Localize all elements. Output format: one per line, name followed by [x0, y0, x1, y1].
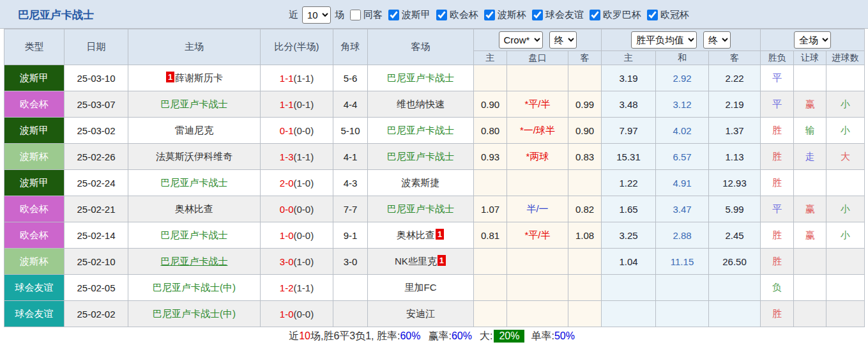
fulltime-score: 1-2	[280, 282, 294, 293]
handicap-cell: *平/半	[507, 222, 568, 249]
avg-away-odds-cell: 12.93	[709, 170, 761, 196]
halftime-score: (1-1)	[294, 73, 314, 84]
result-cell: 平	[761, 91, 794, 118]
home-team-name[interactable]: 巴尼亚卢卡战士	[161, 98, 228, 109]
league-checkbox-5[interactable]	[647, 10, 658, 20]
league-label-5[interactable]: 欧冠杯	[660, 9, 689, 21]
league-label-0[interactable]: 波斯甲	[402, 9, 430, 21]
league-checkbox-3[interactable]	[532, 10, 543, 20]
league-label-4[interactable]: 欧罗巴杯	[603, 9, 641, 21]
league-checkbox-0[interactable]	[388, 10, 399, 20]
date-cell: 25-02-24	[65, 170, 128, 196]
goals-result-cell: 大	[826, 144, 865, 170]
crow-home-odds-cell	[474, 249, 507, 275]
result-cell: 胜	[761, 222, 794, 249]
league-type-cell: 球会友谊	[4, 275, 65, 301]
handicap-cell: 半/一	[507, 196, 568, 222]
corner-cell: 5-10	[333, 118, 368, 144]
crow-away-odds-cell	[568, 301, 602, 327]
summary-big-label: 大:	[480, 330, 492, 341]
date-cell: 25-02-02	[65, 301, 128, 327]
crow-away-odds-cell: 0.82	[568, 196, 602, 222]
home-team-name[interactable]: 奥林比查	[175, 203, 213, 214]
away-team-name[interactable]: 里加FC	[405, 282, 437, 293]
odds-time-select[interactable]: 终	[549, 31, 577, 49]
away-team-cell: 安迪江	[368, 301, 474, 327]
table-row: 波斯杯 25-02-26 法莫斯沃伊科维奇 1-3(1-1) 4-1 巴尼亚卢卡…	[4, 144, 865, 170]
summary-profit-rate: 60%	[452, 330, 472, 341]
halftime-score: (1-1)	[294, 282, 314, 293]
table-row: 波斯甲 25-03-02 雷迪尼克 0-1(0-0) 5-10 巴尼亚卢卡战士 …	[4, 118, 865, 144]
avg-away-odds-cell: 1.13	[709, 144, 761, 170]
avg-home-odds-cell: 1.22	[602, 170, 656, 196]
same-venue-label[interactable]: 同客	[363, 9, 383, 21]
date-cell: 25-03-02	[65, 118, 128, 144]
recent-count-select[interactable]: 10	[302, 6, 331, 24]
away-team-name[interactable]: NK些里克	[395, 256, 437, 266]
goals-result-cell	[826, 275, 865, 301]
corner-cell: 4-3	[333, 170, 368, 196]
league-checkbox-4[interactable]	[590, 10, 600, 20]
away-team-name[interactable]: 安迪江	[406, 308, 435, 319]
home-team-name[interactable]: 雷迪尼克	[175, 125, 213, 135]
league-label-2[interactable]: 波斯杯	[498, 9, 526, 21]
fulltime-score: 1-1	[280, 99, 294, 110]
home-team-name[interactable]: 薛谢斯历卡	[175, 72, 223, 83]
home-team-name[interactable]: 巴尼亚卢卡战士(中)	[153, 308, 236, 319]
col-header-home: 主场	[128, 29, 261, 65]
avg-home-odds-cell: 3.48	[602, 91, 656, 118]
away-team-name[interactable]: 巴尼亚卢卡战士	[387, 125, 454, 135]
bookmaker-group-header: Crow* 终	[474, 29, 602, 51]
crow-home-odds-cell: 0.93	[474, 144, 507, 170]
corner-cell: 9-1	[333, 222, 368, 249]
away-team-cell: 维也纳快速	[368, 91, 474, 118]
avg-away-odds-cell: 2.22	[709, 65, 761, 91]
table-row: 球会友谊 25-02-05 巴尼亚卢卡战士(中) 1-2(1-1) 里加FC 负	[4, 275, 865, 301]
halftime-score: (0-0)	[294, 309, 314, 320]
away-team-name[interactable]: 波素斯捷	[402, 177, 440, 188]
col-header-away: 客场	[368, 29, 474, 65]
away-team-name[interactable]: 巴尼亚卢卡战士	[387, 151, 454, 162]
league-type-cell: 波斯杯	[4, 144, 65, 170]
table-row: 欧会杯 25-02-21 奥林比查 0-0(0-0) 7-7 巴尼亚卢卡战士 1…	[4, 196, 865, 222]
date-cell: 25-03-07	[65, 91, 128, 118]
home-team-cell: 1薛谢斯历卡	[128, 65, 261, 91]
avg-home-odds-cell: 1.04	[602, 249, 656, 275]
league-type-cell: 欧会杯	[4, 91, 65, 118]
goals-result-cell	[826, 170, 865, 196]
summary-profit-label: 赢率:	[428, 330, 451, 341]
league-type-cell: 球会友谊	[4, 301, 65, 327]
away-team-name[interactable]: 巴尼亚卢卡战士	[387, 72, 454, 83]
league-label-1[interactable]: 欧会杯	[450, 9, 478, 21]
same-venue-checkbox[interactable]	[350, 10, 361, 20]
away-team-name[interactable]: 奥林比查	[397, 229, 435, 240]
fulltime-score: 0-0	[280, 204, 294, 215]
avg-odds-select[interactable]: 胜平负均值	[631, 31, 697, 49]
league-checkbox-2[interactable]	[484, 10, 495, 20]
near-label: 近	[289, 9, 298, 21]
avg-away-odds-cell: 2.19	[709, 91, 761, 118]
home-team-name[interactable]: 巴尼亚卢卡战士	[161, 229, 228, 240]
summary-record: 场,胜6平3负1, 胜率:	[310, 330, 400, 341]
avg-draw-odds-cell: 11.15	[656, 249, 709, 275]
avg-time-select[interactable]: 终	[703, 31, 731, 49]
league-checkbox-1[interactable]	[436, 10, 447, 20]
home-team-name[interactable]: 法莫斯沃伊科维奇	[156, 151, 232, 162]
handicap-result-cell: 输	[794, 118, 826, 144]
bookmaker-select[interactable]: Crow*	[499, 31, 543, 49]
games-label: 场	[335, 9, 344, 21]
home-team-cell: 巴尼亚卢卡战士(中)	[128, 301, 261, 327]
crow-away-odds-cell: 0.83	[568, 144, 602, 170]
away-team-name[interactable]: 巴尼亚卢卡战士	[387, 203, 454, 214]
league-type-cell: 欧会杯	[4, 196, 65, 222]
away-team-name[interactable]: 维也纳快速	[397, 98, 445, 109]
fulltime-score: 1-1	[280, 73, 294, 84]
home-team-name[interactable]: 巴尼亚卢卡战士	[161, 177, 228, 188]
avg-draw-odds-cell: 3.12	[656, 91, 709, 118]
home-team-name[interactable]: 巴尼亚卢卡战士	[161, 256, 228, 266]
period-select[interactable]: 全场	[794, 31, 831, 49]
avg-home-odds-cell	[602, 301, 656, 327]
league-label-3[interactable]: 球会友谊	[545, 9, 584, 21]
home-team-name[interactable]: 巴尼亚卢卡战士(中)	[153, 282, 236, 293]
halftime-score: (0-0)	[294, 125, 314, 136]
